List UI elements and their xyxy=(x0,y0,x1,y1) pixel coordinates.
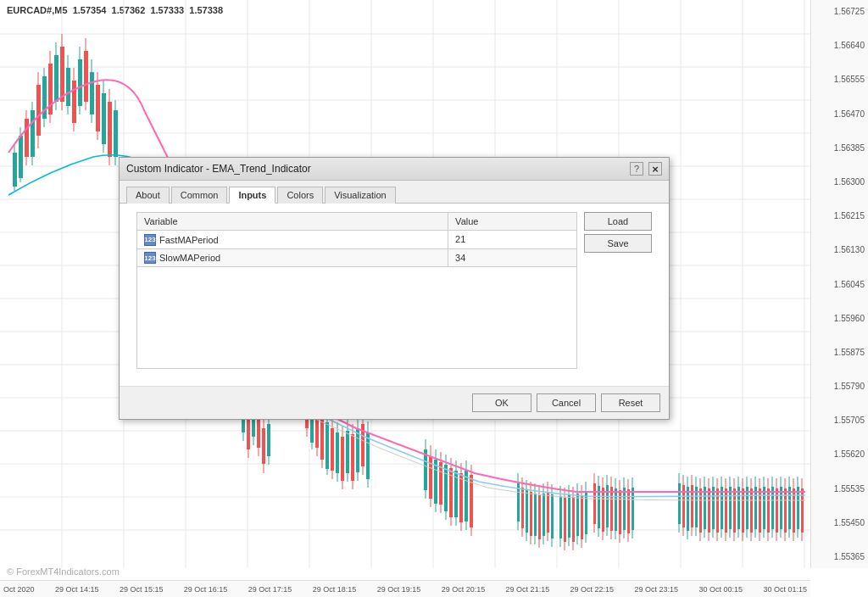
time-label: 30 Oct 00:15 xyxy=(698,585,743,594)
side-buttons: Load Save xyxy=(584,212,652,253)
time-label: 29 Oct 21:15 xyxy=(506,585,550,594)
price-level: 1.56215 xyxy=(815,211,865,220)
price-level: 1.56725 xyxy=(815,7,865,16)
price-level: 1.56640 xyxy=(815,41,865,50)
dialog-help-button[interactable]: ? xyxy=(630,162,643,176)
tab-colors[interactable]: Colors xyxy=(277,187,323,204)
dialog-footer: OK Cancel Reset xyxy=(120,386,669,419)
save-button[interactable]: Save xyxy=(584,234,652,253)
time-axis: Oct 2020 29 Oct 14:15 29 Oct 15:15 29 Oc… xyxy=(0,580,810,597)
watermark: © ForexMT4Indicators.com xyxy=(7,566,120,577)
reset-button[interactable]: Reset xyxy=(601,393,660,412)
price-level: 1.56300 xyxy=(815,177,865,187)
time-label: 29 Oct 20:15 xyxy=(442,585,486,594)
dialog-titlebar: Custom Indicator - EMA_Trend_Indicator ?… xyxy=(120,158,669,181)
price-level: 1.56130 xyxy=(815,245,865,254)
ok-button[interactable]: OK xyxy=(472,393,531,412)
time-label: 29 Oct 16:15 xyxy=(184,585,228,594)
price-axis: 1.56725 1.56640 1.56555 1.56470 1.56385 … xyxy=(810,0,868,568)
price-level: 1.55450 xyxy=(815,518,865,527)
time-label: 30 Oct 01:15 xyxy=(763,585,807,594)
tab-visualization[interactable]: Visualization xyxy=(325,187,396,204)
price-level: 1.55365 xyxy=(815,552,865,561)
param-name: SlowMAPeriod xyxy=(159,253,220,263)
time-label: 29 Oct 15:15 xyxy=(120,585,164,594)
price-level: 1.56385 xyxy=(815,143,865,153)
tab-inputs[interactable]: Inputs xyxy=(229,187,275,204)
param-name-cell: 123 FastMAPeriod xyxy=(137,231,448,249)
price-level: 1.55960 xyxy=(815,314,865,323)
time-label: 29 Oct 23:15 xyxy=(635,585,679,594)
tab-about[interactable]: About xyxy=(126,187,170,204)
table-row[interactable]: 123 SlowMAPeriod 34 xyxy=(137,248,577,267)
price-level: 1.55535 xyxy=(815,484,865,494)
table-row[interactable]: 123 FastMAPeriod 21 xyxy=(137,231,577,249)
param-icon-wrapper: 123 SlowMAPeriod xyxy=(144,252,220,264)
price-level: 1.55705 xyxy=(815,416,865,425)
param-value-cell[interactable]: 34 xyxy=(448,248,577,267)
load-button[interactable]: Load xyxy=(584,212,652,231)
time-label: 29 Oct 17:15 xyxy=(248,585,292,594)
col-variable: Variable xyxy=(137,213,448,231)
table-row-empty xyxy=(137,267,577,369)
time-label: 29 Oct 14:15 xyxy=(55,585,99,594)
col-value: Value xyxy=(448,213,577,231)
price-level: 1.56470 xyxy=(815,109,865,119)
time-label: 29 Oct 19:15 xyxy=(377,585,421,594)
param-type-icon: 123 xyxy=(144,234,156,246)
time-label: 29 Oct 18:15 xyxy=(313,585,357,594)
price-level: 1.56045 xyxy=(815,280,865,289)
indicator-dialog: Custom Indicator - EMA_Trend_Indicator ?… xyxy=(119,157,670,420)
dialog-title: Custom Indicator - EMA_Trend_Indicator xyxy=(126,163,311,175)
price-level: 1.55875 xyxy=(815,348,865,357)
tab-common[interactable]: Common xyxy=(171,187,228,204)
params-table: Variable Value 123 FastMAPeriod xyxy=(136,212,577,369)
param-name-cell: 123 SlowMAPeriod xyxy=(137,248,448,267)
tabs-bar: About Common Inputs Colors Visualization xyxy=(120,181,669,204)
param-value-cell[interactable]: 21 xyxy=(448,231,577,249)
price-level: 1.55790 xyxy=(815,382,865,391)
param-name: FastMAPeriod xyxy=(159,235,219,245)
param-type-icon: 123 xyxy=(144,252,156,264)
cancel-button[interactable]: Cancel xyxy=(537,393,596,412)
price-level: 1.55620 xyxy=(815,449,865,459)
dialog-body: Variable Value 123 FastMAPeriod xyxy=(120,204,669,386)
time-label: Oct 2020 xyxy=(3,585,35,594)
table-wrapper: Variable Value 123 FastMAPeriod xyxy=(136,212,577,369)
dialog-controls: ? × xyxy=(630,162,662,176)
dialog-close-button[interactable]: × xyxy=(648,162,662,176)
dialog-content-row: Variable Value 123 FastMAPeriod xyxy=(128,212,660,377)
param-icon-wrapper: 123 FastMAPeriod xyxy=(144,234,219,246)
time-label: 29 Oct 22:15 xyxy=(570,585,615,594)
price-level: 1.56555 xyxy=(815,75,865,84)
